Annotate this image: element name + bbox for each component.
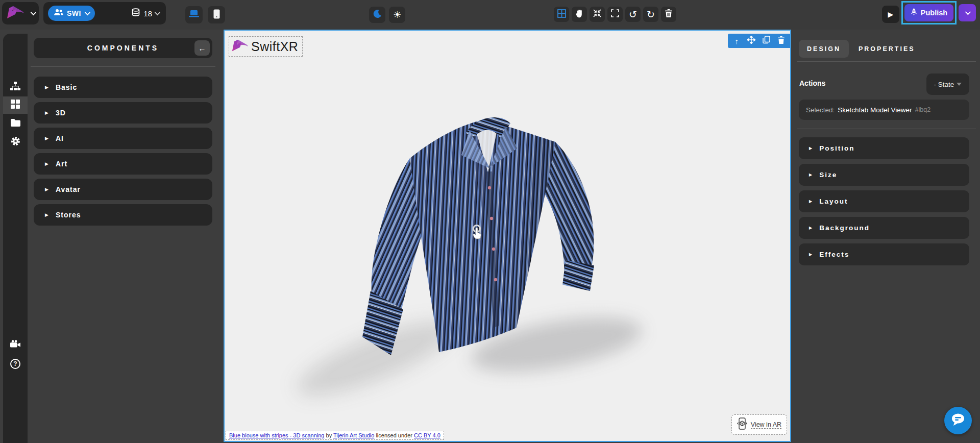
section-size[interactable]: ▶ Size xyxy=(799,164,969,186)
model-license-link[interactable]: CC BY 4.0 xyxy=(414,432,440,438)
copy-icon xyxy=(763,36,770,46)
model-attribution: Blue blouse with stripes - 3D scanning b… xyxy=(226,431,444,440)
delete-button[interactable] xyxy=(661,7,676,22)
caret-right-icon: ▶ xyxy=(809,226,812,230)
play-icon: ▶ xyxy=(888,11,894,18)
publish-options-button[interactable] xyxy=(959,4,976,21)
rail-recorder-button[interactable] xyxy=(3,336,28,353)
section-label: Layout xyxy=(819,198,848,205)
collapse-panel-button[interactable]: ← xyxy=(194,40,210,56)
canvas-brand-element[interactable]: SwiftXR xyxy=(229,36,303,57)
view-in-ar-button[interactable]: View in AR xyxy=(731,414,787,435)
laptop-icon xyxy=(189,10,199,20)
publish-label: Publish xyxy=(921,9,947,17)
selected-element-name: Sketchfab Model Viewer xyxy=(838,106,912,114)
pan-tool-button[interactable] xyxy=(572,7,587,22)
delete-element-button[interactable] xyxy=(775,35,788,47)
section-effects[interactable]: ▶ Effects xyxy=(799,243,969,265)
mobile-view-button[interactable] xyxy=(208,6,225,23)
fullscreen-icon xyxy=(611,9,619,19)
left-rail: ? xyxy=(3,34,28,443)
rail-components-button[interactable] xyxy=(3,96,28,114)
move-up-button[interactable]: ↑ xyxy=(730,35,743,47)
caret-right-icon: ▶ xyxy=(45,187,48,192)
rail-settings-button[interactable] xyxy=(3,133,28,151)
components-grid-icon xyxy=(11,100,20,111)
dark-mode-button[interactable] xyxy=(369,7,385,23)
chat-support-button[interactable] xyxy=(944,407,972,434)
moon-icon xyxy=(373,9,382,20)
rail-hierarchy-button[interactable] xyxy=(3,79,28,96)
selected-prefix: Selected: xyxy=(806,106,835,114)
move-icon xyxy=(747,36,755,46)
tab-design[interactable]: DESIGN xyxy=(799,40,849,58)
desktop-view-button[interactable] xyxy=(185,6,203,23)
state-caret-down-icon xyxy=(957,83,962,86)
components-group-stores[interactable]: ▶ Stores xyxy=(34,204,212,226)
light-mode-button[interactable]: ☀ xyxy=(389,7,405,23)
view-in-ar-label: View in AR xyxy=(751,421,781,429)
design-canvas[interactable]: SwiftXR ↑ xyxy=(224,30,791,442)
caret-right-icon: ▶ xyxy=(809,173,812,177)
hand-icon xyxy=(576,9,583,20)
swiftxr-logo-icon xyxy=(6,5,24,21)
coins-icon xyxy=(131,8,141,19)
rail-assets-button[interactable] xyxy=(3,115,28,132)
undo-icon: ↺ xyxy=(629,10,637,19)
publish-button[interactable]: Publish xyxy=(904,4,953,21)
chat-bubble-icon xyxy=(951,413,965,428)
components-title: COMPONENTS xyxy=(87,44,159,52)
redo-button[interactable]: ↻ xyxy=(643,7,658,22)
rail-help-button[interactable]: ? xyxy=(3,355,28,373)
caret-right-icon: ▶ xyxy=(45,85,48,90)
brand-menu[interactable] xyxy=(2,2,39,24)
section-layout[interactable]: ▶ Layout xyxy=(799,190,969,212)
collapse-view-button[interactable] xyxy=(590,7,605,22)
section-label: Background xyxy=(819,224,870,232)
workspace-selector[interactable]: SWI xyxy=(48,6,95,21)
model-title-link[interactable]: Blue blouse with stripes - 3D scanning xyxy=(229,432,324,438)
credits-chevron-down-icon xyxy=(155,10,160,15)
components-group-3d[interactable]: ▶ 3D xyxy=(34,102,212,124)
section-label: Size xyxy=(819,171,837,179)
up-arrow-icon: ↑ xyxy=(734,37,739,45)
attribution-license-text: licensed under xyxy=(376,432,412,438)
workspace-name: SWI xyxy=(67,9,81,17)
workspace-group: SWI 18 xyxy=(43,2,166,24)
components-group-avatar[interactable]: ▶ Avatar xyxy=(34,179,212,200)
actions-label: Actions xyxy=(799,79,825,87)
brand-chevron-down-icon xyxy=(31,10,36,15)
components-group-ai[interactable]: ▶ AI xyxy=(34,128,212,149)
trash-icon xyxy=(665,9,672,19)
trash-icon xyxy=(778,36,785,46)
state-dropdown[interactable]: - State xyxy=(926,73,969,95)
fullscreen-button[interactable] xyxy=(607,7,623,22)
hierarchy-icon xyxy=(10,82,20,93)
section-background[interactable]: ▶ Background xyxy=(799,217,969,239)
state-dropdown-label: - State xyxy=(934,81,954,88)
grid-snap-button[interactable] xyxy=(554,7,569,22)
components-group-art[interactable]: ▶ Art xyxy=(34,153,212,175)
ar-phone-icon xyxy=(737,417,747,432)
preview-play-button[interactable]: ▶ xyxy=(882,6,899,23)
selected-element-bar: Selected: Sketchfab Model Viewer #ibq2 xyxy=(799,100,969,120)
model-author-link[interactable]: Tijerin Art Studio xyxy=(333,432,374,438)
undo-button[interactable]: ↺ xyxy=(625,7,641,22)
grid-icon xyxy=(557,9,566,20)
section-position[interactable]: ▶ Position xyxy=(799,137,969,159)
caret-right-icon: ▶ xyxy=(809,199,812,204)
caret-right-icon: ▶ xyxy=(45,110,48,115)
group-label: Basic xyxy=(56,83,77,91)
components-panel-header: COMPONENTS ← xyxy=(34,38,212,58)
move-element-button[interactable] xyxy=(745,35,757,47)
credits-menu[interactable]: 18 xyxy=(131,8,159,19)
element-toolbar: ↑ xyxy=(728,34,790,48)
duplicate-element-button[interactable] xyxy=(761,35,773,47)
folder-icon xyxy=(11,119,20,129)
caret-right-icon: ▶ xyxy=(809,252,812,257)
attribution-by-text: by xyxy=(326,432,332,438)
selected-element-id: #ibq2 xyxy=(915,106,931,113)
tab-properties[interactable]: PROPERTIES xyxy=(859,40,915,58)
components-group-basic[interactable]: ▶ Basic xyxy=(34,77,212,98)
section-label: Position xyxy=(819,144,854,152)
